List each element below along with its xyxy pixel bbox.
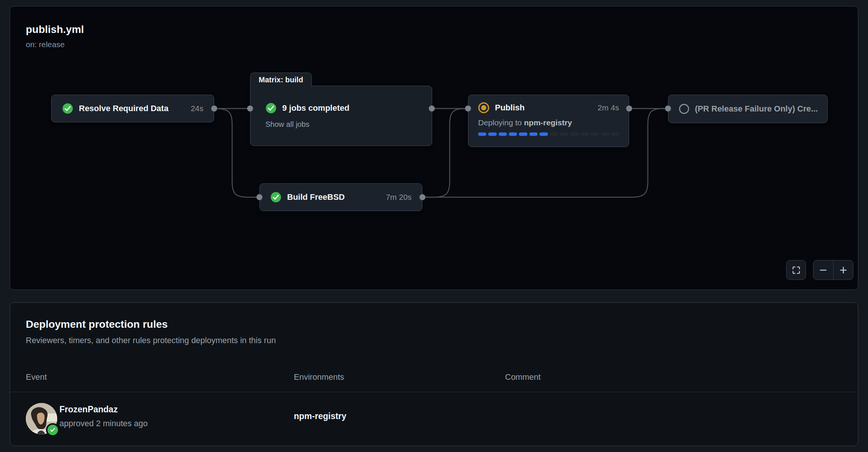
- deploy-prefix: Deploying to: [478, 118, 522, 127]
- job-duration: 7m 20s: [378, 193, 412, 202]
- progress-segment: [539, 132, 548, 136]
- show-all-jobs-link[interactable]: Show all jobs: [265, 120, 423, 129]
- matrix-jobs-label: 9 jobs completed: [282, 103, 350, 113]
- zoom-out-button[interactable]: [813, 260, 833, 280]
- deploy-progress: [478, 132, 619, 136]
- progress-segment: [581, 132, 589, 136]
- job-label: Publish: [495, 103, 524, 113]
- progress-segment: [611, 132, 619, 136]
- progress-segment: [550, 132, 558, 136]
- job-label: Build FreeBSD: [287, 192, 345, 202]
- job-node-publish[interactable]: Publish 2m 4s Deploying tonpm-registry: [468, 95, 629, 147]
- reviewer-name: FrozenPandaz: [59, 404, 118, 415]
- progress-segment: [499, 132, 507, 136]
- job-label: Resolve Required Data: [79, 104, 169, 113]
- progress-segment: [529, 132, 538, 136]
- job-node-build-freebsd[interactable]: Build FreeBSD 7m 20s: [259, 183, 422, 211]
- table-row: FrozenPandaz approved 2 minutes ago npm-…: [10, 392, 858, 446]
- matrix-group-tab: Matrix: build: [250, 73, 312, 86]
- column-header-comment: Comment: [505, 372, 541, 382]
- progress-segment: [570, 132, 578, 136]
- row-environment: npm-registry: [294, 411, 347, 421]
- job-duration: 24s: [183, 104, 203, 113]
- workflow-trigger: on: release: [26, 40, 65, 49]
- zoom-in-button[interactable]: [833, 260, 853, 280]
- approved-check-badge: [46, 423, 59, 437]
- job-node-pr-release-failure[interactable]: (PR Release Failure Only) Cre...: [668, 95, 828, 123]
- rules-heading: Deployment protection rules: [26, 318, 168, 330]
- job-duration: 2m 4s: [590, 103, 619, 112]
- job-label: (PR Release Failure Only) Cre...: [695, 104, 818, 114]
- minus-icon: [818, 265, 828, 275]
- job-node-matrix-build[interactable]: 9 jobs completed Show all jobs: [250, 86, 432, 146]
- progress-segment: [601, 132, 609, 136]
- progress-segment: [591, 132, 599, 136]
- progress-segment: [478, 132, 486, 136]
- zoom-controls: [813, 260, 853, 280]
- workflow-title: publish.yml: [26, 24, 84, 36]
- progress-segment: [560, 132, 568, 136]
- column-header-environments: Environments: [294, 372, 344, 382]
- job-node-resolve-required-data[interactable]: Resolve Required Data 24s: [51, 95, 214, 122]
- approval-status: approved 2 minutes ago: [59, 419, 148, 428]
- workflow-graph-panel: publish.yml on: release: [10, 6, 858, 290]
- deploy-status-line: Deploying tonpm-registry: [478, 118, 619, 127]
- fullscreen-button[interactable]: [786, 260, 806, 280]
- success-check-icon: [62, 103, 73, 114]
- progress-segment: [519, 132, 527, 136]
- progress-segment: [509, 132, 517, 136]
- in-progress-icon: [478, 102, 489, 113]
- column-header-event: Event: [26, 372, 47, 382]
- rules-subheading: Reviewers, timers, and other rules prote…: [26, 336, 276, 345]
- deployment-protection-rules-panel: Deployment protection rules Reviewers, t…: [10, 302, 858, 446]
- progress-segment: [488, 132, 496, 136]
- rules-table-header: Event Environments Comment: [10, 372, 858, 392]
- pending-circle-icon: [679, 104, 689, 114]
- success-check-icon: [265, 103, 277, 114]
- plus-icon: [838, 265, 848, 275]
- deploy-environment: npm-registry: [524, 118, 572, 127]
- expand-corners-icon: [791, 265, 801, 275]
- matrix-tab-label: Matrix: build: [259, 76, 303, 84]
- success-check-icon: [270, 192, 281, 203]
